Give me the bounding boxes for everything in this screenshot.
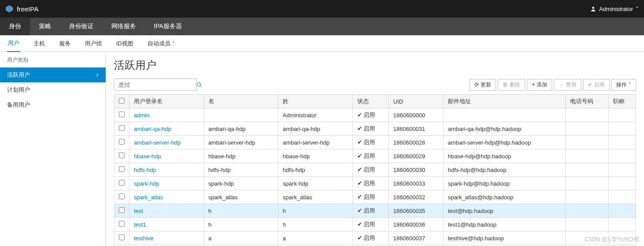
chevron-down-icon: ˅ — [636, 6, 639, 12]
sidebar-item-0[interactable]: 活跃用户 — [0, 67, 106, 82]
table-row: spark_atlasspark_atlasspark_atlas✔ 启用186… — [114, 190, 636, 204]
user-menu[interactable]: Administrator ˅ — [590, 6, 639, 12]
cell-uid: 1860600030 — [389, 163, 443, 177]
cell-phone — [565, 136, 608, 149]
col-header-4[interactable]: UID — [389, 95, 443, 108]
brand: freeIPA — [5, 5, 38, 13]
cell-last: Administrator — [278, 108, 353, 122]
search-box — [114, 78, 198, 91]
subnav-item-1[interactable]: 主机 — [33, 35, 46, 52]
col-header-0[interactable]: 用户登录名 — [129, 95, 204, 108]
nav-item-3[interactable]: 网络服务 — [102, 18, 145, 35]
row-checkbox[interactable] — [119, 166, 125, 172]
select-all-checkbox[interactable] — [119, 98, 125, 104]
cell-login[interactable]: testhive — [129, 231, 204, 245]
cell-last: h — [278, 218, 353, 231]
cell-last: a — [278, 231, 353, 245]
cell-first: h — [204, 204, 278, 218]
cell-first: spark_atlas — [204, 190, 278, 204]
cell-first — [204, 108, 278, 122]
search-icon — [197, 82, 202, 88]
cell-last: spark_atlas — [278, 190, 353, 204]
row-checkbox[interactable] — [119, 235, 125, 240]
row-checkbox[interactable] — [119, 112, 125, 117]
col-header-5[interactable]: 邮件地址 — [443, 95, 565, 108]
user-icon — [590, 6, 596, 12]
cell-uid: 1860600028 — [389, 136, 443, 149]
subnav-item-3[interactable]: 用户组 — [84, 35, 103, 52]
row-checkbox[interactable] — [119, 207, 125, 213]
content: 活跃用户 ⟳更新 🗑删除 +添加 －禁用 ✔启用 操作 用户登录名名姓状态UID… — [106, 52, 644, 246]
sidebar-item-2[interactable]: 备用用户 — [0, 97, 106, 112]
row-checkbox[interactable] — [119, 221, 125, 227]
row-checkbox[interactable] — [119, 153, 125, 158]
col-header-7[interactable]: 职称 — [608, 95, 636, 108]
nav-item-2[interactable]: 身份验证 — [60, 18, 102, 35]
table-row: ambari-qa-hdpambari-qa-hdpambari-qa-hdp✔… — [114, 122, 636, 136]
row-checkbox[interactable] — [119, 180, 125, 186]
nav-item-1[interactable]: 策略 — [30, 18, 60, 35]
cell-first: hbase-hdp — [204, 149, 278, 163]
cell-uid: 1860600031 — [389, 122, 443, 136]
sidebar-title: 用户类别 — [0, 52, 106, 67]
cell-uid: 1860600035 — [389, 204, 443, 218]
cell-phone — [565, 177, 608, 190]
cell-status: ✔ 启用 — [352, 163, 389, 177]
cell-login[interactable]: admin — [129, 108, 204, 122]
search-button[interactable] — [196, 79, 202, 90]
cell-email: ambari-server-hdp@hdp.hadoop — [443, 136, 565, 149]
col-header-6[interactable]: 电话号码 — [565, 95, 608, 108]
cell-email: testhive@hdp.hadoop — [443, 231, 565, 245]
cell-login[interactable]: hdfs-hdp — [129, 163, 204, 177]
cell-login[interactable]: hbase-hdp — [129, 149, 204, 163]
svg-point-1 — [592, 7, 595, 9]
cell-login[interactable]: ambari-qa-hdp — [129, 122, 204, 136]
row-checkbox[interactable] — [119, 139, 125, 145]
action-buttons: ⟳更新 🗑删除 +添加 －禁用 ✔启用 操作 — [470, 79, 636, 91]
cell-last: ambari-server-hdp — [278, 136, 353, 149]
nav-item-4[interactable]: IPA服务器 — [145, 18, 191, 35]
add-button[interactable]: +添加 — [527, 79, 552, 91]
chevron-down-icon — [172, 40, 175, 47]
enable-button[interactable]: ✔启用 — [583, 79, 610, 91]
cell-status: ✔ 启用 — [352, 136, 389, 149]
svg-marker-0 — [6, 6, 13, 12]
col-header-2[interactable]: 姓 — [278, 95, 353, 108]
nav-item-0[interactable]: 身份 — [0, 18, 30, 35]
cell-status: ✔ 启用 — [352, 204, 389, 218]
cell-login[interactable]: ambari-server-hdp — [129, 136, 204, 149]
sidebar-item-1[interactable]: 计划用户 — [0, 82, 106, 97]
row-checkbox[interactable] — [119, 194, 125, 199]
cell-login[interactable]: spark_atlas — [129, 190, 204, 204]
cell-email: spark_atlas@hdp.hadoop — [443, 190, 565, 204]
minus-icon: － — [559, 81, 564, 89]
cell-title — [608, 149, 636, 163]
cell-email: test@hdp.hadoop — [443, 204, 565, 218]
disable-button[interactable]: －禁用 — [554, 79, 581, 91]
check-icon: ✔ — [588, 82, 592, 88]
cell-login[interactable]: test1 — [129, 218, 204, 231]
cell-first: h — [204, 218, 278, 231]
search-input[interactable] — [114, 82, 196, 88]
topbar: freeIPA Administrator ˅ — [0, 0, 644, 18]
cell-uid: 1860600032 — [389, 190, 443, 204]
cell-login[interactable]: test — [129, 204, 204, 218]
delete-button[interactable]: 🗑删除 — [498, 79, 525, 91]
col-header-1[interactable]: 名 — [204, 95, 278, 108]
subnav-item-5[interactable]: 自动成员 — [147, 35, 176, 52]
col-header-3[interactable]: 状态 — [352, 95, 389, 108]
cell-login[interactable]: spark-hdp — [129, 177, 204, 190]
watermark: CSDN @云掣YUNCHE — [585, 236, 640, 243]
svg-point-2 — [197, 82, 201, 86]
table-row: testhh✔ 启用1860600035test@hdp.hadoop — [114, 204, 636, 218]
subnav-item-2[interactable]: 服务 — [58, 35, 72, 52]
cell-email: spark-hdp@hdp.hadoop — [443, 177, 565, 190]
subnav-item-4[interactable]: ID视图 — [115, 35, 134, 52]
table-row: adminAdministrator✔ 启用1860600000 — [114, 108, 636, 122]
row-checkbox[interactable] — [119, 125, 125, 131]
cell-uid: 1860600033 — [389, 177, 443, 190]
operations-button[interactable]: 操作 — [611, 79, 636, 91]
subnav-item-0[interactable]: 用户 — [7, 36, 20, 52]
cell-uid: 1860600000 — [389, 108, 443, 122]
refresh-button[interactable]: ⟳更新 — [470, 79, 496, 91]
